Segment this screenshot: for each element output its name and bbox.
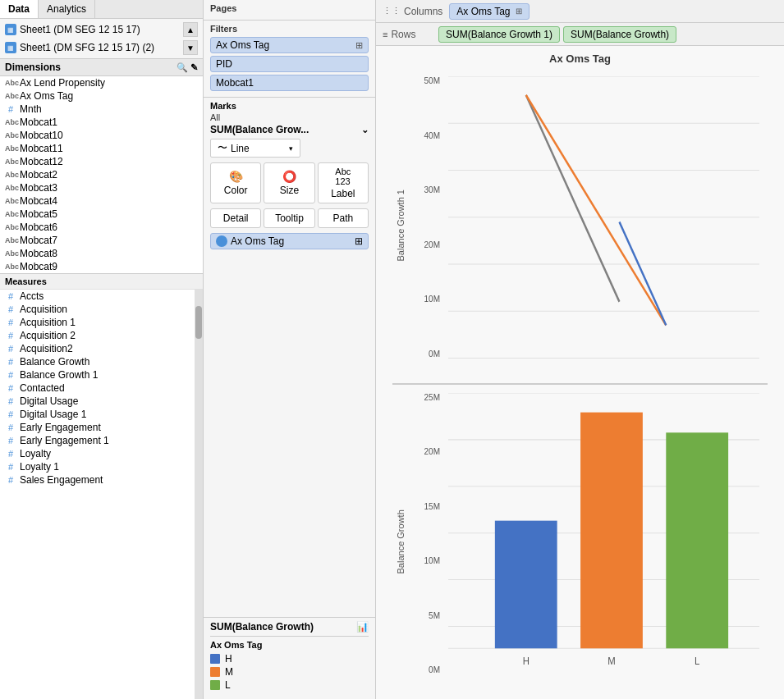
meas-digital-usage[interactable]: # Digital Usage	[0, 395, 195, 408]
line-icon: 〜	[218, 141, 227, 155]
hash-icon: #	[5, 423, 16, 432]
sheet-icon-2: ▦	[5, 42, 16, 53]
chart-container: Ax Oms Tag Balance Growth 1 50M 40M 30M …	[376, 46, 784, 699]
line-y-axis-label: Balance Growth 1	[392, 68, 409, 383]
svg-rect-14	[495, 520, 557, 648]
sum-section: SUM(Balance Growth) 📊 Ax Oms Tag H M L	[204, 617, 375, 699]
pages-title: Pages	[210, 3, 369, 13]
legend-color-l	[210, 680, 220, 690]
dimensions-header: Dimensions 🔍 ✎	[0, 59, 203, 76]
dim-mnth[interactable]: # Mnth	[0, 103, 203, 116]
hash-icon: #	[5, 436, 16, 445]
marks-path-btn[interactable]: Path	[318, 208, 369, 228]
bar-chart-inner: H M L	[440, 385, 768, 700]
bar-chart-wrapper: Balance Growth 25M 20M 15M 10M 5M 0M	[392, 385, 768, 700]
meas-balance-growth[interactable]: # Balance Growth	[0, 355, 195, 368]
hash-icon: #	[5, 357, 16, 367]
meas-acquisition1[interactable]: # Acquisition 1	[0, 316, 195, 329]
marks-type-select[interactable]: 〜 Line ▾	[210, 139, 300, 158]
abc-icon: Abc	[5, 197, 16, 205]
meas-sales-engagement[interactable]: # Sales Engagement	[0, 473, 195, 487]
legend-color-h	[210, 654, 220, 664]
meas-acquisition2[interactable]: # Acquisition 2	[0, 329, 195, 342]
dim-mobcat6[interactable]: Abc Mobcat6	[0, 221, 203, 234]
marks-tooltip-btn[interactable]: Tooltip	[264, 208, 314, 228]
dim-mobcat7[interactable]: Abc Mobcat7	[0, 234, 203, 247]
abc-icon: Abc	[5, 249, 16, 258]
pill-icon: ⊞	[516, 7, 522, 16]
dim-mobcat11[interactable]: Abc Mobcat11	[0, 142, 203, 155]
meas-balance-growth1[interactable]: # Balance Growth 1	[0, 368, 195, 381]
abc-icon: Abc	[5, 131, 16, 139]
sheet-item-1[interactable]: ▦ Sheet1 (DM SEG 12 15 17) ▲	[0, 21, 203, 39]
sum-chart-icon: 📊	[356, 621, 369, 633]
marks-size-btn[interactable]: ⭕ Size	[264, 162, 314, 203]
legend-item-m[interactable]: M	[210, 666, 369, 678]
marks-detail-btn[interactable]: Detail	[210, 208, 261, 228]
meas-early-engagement[interactable]: # Early Engagement	[0, 421, 195, 434]
legend-item-l[interactable]: L	[210, 679, 369, 691]
abc-icon: Abc	[5, 210, 16, 218]
hash-icon: #	[5, 331, 16, 340]
dim-mobcat8[interactable]: Abc Mobcat8	[0, 247, 203, 260]
rows-pill-balance-growth[interactable]: SUM(Balance Growth)	[563, 26, 676, 43]
meas-loyalty1[interactable]: # Loyalty 1	[0, 460, 195, 473]
dim-mobcat4[interactable]: Abc Mobcat4	[0, 194, 203, 208]
dim-mobcat3[interactable]: Abc Mobcat3	[0, 181, 203, 194]
svg-text:M: M	[607, 654, 615, 666]
columns-pill-ax-oms-tag[interactable]: Ax Oms Tag ⊞	[449, 3, 529, 20]
meas-digital-usage1[interactable]: # Digital Usage 1	[0, 408, 195, 421]
dim-mobcat12[interactable]: Abc Mobcat12	[0, 155, 203, 168]
meas-accts[interactable]: # Accts	[0, 290, 195, 303]
columns-label: ⋮⋮ Columns	[383, 6, 442, 17]
line-y-ticks: 50M 40M 30M 20M 10M 0M	[409, 68, 440, 383]
marks-field-pill[interactable]: Ax Oms Tag ⊞	[210, 233, 369, 249]
abc-icon: Abc	[5, 118, 16, 126]
marks-type-row: 〜 Line ▾	[210, 139, 369, 158]
rows-label: ≡ Rows	[383, 29, 432, 40]
abc-icon: Abc	[5, 263, 16, 271]
dim-mobcat2[interactable]: Abc Mobcat2	[0, 168, 203, 181]
middle-panel: Pages Filters Ax Oms Tag ⊞ PID Mobcat1 M…	[204, 0, 376, 699]
legend-item-h[interactable]: H	[210, 653, 369, 665]
dim-mobcat10[interactable]: Abc Mobcat10	[0, 129, 203, 142]
sheets-scroll-down[interactable]: ▼	[183, 40, 198, 55]
tab-analytics[interactable]: Analytics	[39, 0, 95, 18]
meas-acquisition[interactable]: # Acquisition	[0, 303, 195, 316]
dim-mobcat1[interactable]: Abc Mobcat1	[0, 116, 203, 129]
abc-icon: Abc	[5, 184, 16, 192]
legend-color-m	[210, 667, 220, 677]
hash-icon: #	[5, 475, 16, 485]
marks-label-btn[interactable]: Abc123 Label	[318, 162, 369, 203]
marks-measure[interactable]: SUM(Balance Grow... ⌄	[210, 124, 369, 135]
meas-early-engagement1[interactable]: # Early Engagement 1	[0, 434, 195, 447]
marks-section: Marks All SUM(Balance Grow... ⌄ 〜 Line ▾…	[204, 98, 375, 617]
scrollbar-v[interactable]	[195, 290, 203, 699]
sheets-scroll-up[interactable]: ▲	[183, 22, 198, 37]
dim-mobcat5[interactable]: Abc Mobcat5	[0, 208, 203, 221]
filter-ax-oms-tag[interactable]: Ax Oms Tag ⊞	[210, 37, 369, 53]
charts-area: Balance Growth 1 50M 40M 30M 20M 10M 0M	[376, 68, 784, 699]
scrollbar-thumb[interactable]	[195, 306, 202, 339]
abc-icon: Abc	[5, 223, 16, 231]
svg-text:H: H	[523, 654, 530, 666]
marks-color-btn[interactable]: 🎨 Color	[210, 162, 261, 203]
tab-data[interactable]: Data	[0, 0, 39, 18]
sheet-item-2[interactable]: ▦ Sheet1 (DM SFG 12 15 17) (2) ▼	[0, 39, 203, 57]
dim-mobcat9[interactable]: Abc Mobcat9	[0, 260, 203, 273]
dim-ax-lend[interactable]: Abc Ax Lend Propensity	[0, 76, 203, 89]
search-icon[interactable]: 🔍 ✎	[177, 62, 198, 73]
rows-pill-balance-growth1[interactable]: SUM(Balance Growth 1)	[438, 26, 560, 43]
marks-buttons: 🎨 Color ⭕ Size Abc123 Label	[210, 162, 369, 203]
filter-mobcat1[interactable]: Mobcat1	[210, 75, 369, 91]
meas-acquisition2b[interactable]: # Acquisition2	[0, 342, 195, 355]
marks-detail-row: Detail Tooltip Path	[210, 208, 369, 228]
line-chart-wrapper: Balance Growth 1 50M 40M 30M 20M 10M 0M	[392, 68, 768, 385]
dim-ax-oms[interactable]: Abc Ax Oms Tag	[0, 89, 203, 103]
legend-section: Ax Oms Tag H M L	[210, 636, 369, 696]
filter-pid[interactable]: PID	[210, 56, 369, 72]
meas-contacted[interactable]: # Contacted	[0, 381, 195, 395]
meas-loyalty[interactable]: # Loyalty	[0, 447, 195, 460]
hash-icon: #	[5, 104, 16, 114]
rows-shelf: ≡ Rows SUM(Balance Growth 1) SUM(Balance…	[376, 23, 784, 46]
